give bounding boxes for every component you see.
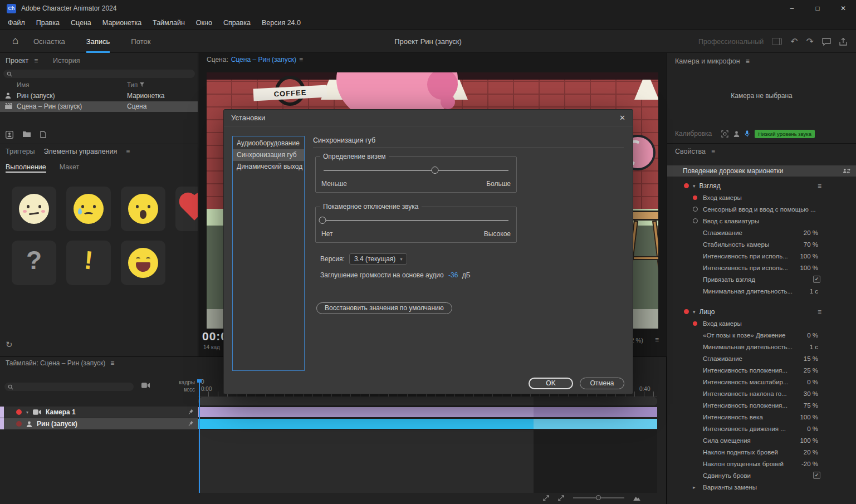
record-dot[interactable] <box>684 309 689 314</box>
prop-item-value[interactable]: -20 % <box>801 461 818 467</box>
prop-item-value[interactable]: 100 % <box>800 437 818 444</box>
chevron-down-icon[interactable]: ▾ <box>693 183 696 189</box>
prop-item-0-0[interactable]: Вход камеры <box>667 192 856 203</box>
prop-item-1-9[interactable]: Интенсивность движения ...0 % <box>667 423 856 434</box>
prop-item-value[interactable]: 0 % <box>807 332 818 339</box>
trigger-tile-sad[interactable] <box>66 187 111 231</box>
close-button[interactable]: ✕ <box>830 0 856 17</box>
menu-item-1[interactable]: Правка <box>31 19 65 27</box>
tab-layout[interactable]: Макет <box>60 163 79 171</box>
panel-menu-icon[interactable]: ≡ <box>34 57 38 65</box>
chevron-down-icon[interactable]: ▾ <box>693 309 696 315</box>
trigger-tile-question[interactable]: ? <box>12 241 56 285</box>
dialog-category-0[interactable]: Аудиооборудование <box>233 138 304 149</box>
prop-item-value[interactable]: 100 % <box>800 414 818 420</box>
prop-item-0-7[interactable]: Привязать взгляд✓ <box>667 273 856 285</box>
tab-history[interactable]: История <box>53 57 80 65</box>
project-row-1[interactable]: Сцена – Рин (запуск)Сцена <box>0 101 198 112</box>
prop-item-1-2[interactable]: Минимальная длительность...1 с <box>667 341 856 353</box>
dialog-close-icon[interactable]: ✕ <box>619 114 625 122</box>
timeline-track-camera[interactable]: ▾ Камера 1 <box>0 407 657 418</box>
body-tracking-icon[interactable] <box>733 131 740 137</box>
trigger-tile-surprised[interactable] <box>121 187 165 231</box>
tab-controls[interactable]: Элементы управления <box>44 148 118 155</box>
prop-item-1-0[interactable]: Вход камеры <box>667 317 856 329</box>
prop-group-0[interactable]: ▾Взгляд≡ <box>667 180 856 192</box>
face-tracking-icon[interactable] <box>721 130 728 138</box>
record-dot[interactable] <box>693 321 697 326</box>
prop-item-0-6[interactable]: Интенсивность при исполь...100 % <box>667 262 856 273</box>
version-dropdown[interactable]: 3.4 (текущая) ▾ <box>349 253 408 265</box>
new-document-icon[interactable] <box>40 131 46 139</box>
prop-item-1-10[interactable]: Сила смещения100 % <box>667 434 856 446</box>
dialog-title-bar[interactable]: Установки ✕ <box>224 110 633 126</box>
project-row-0[interactable]: Рин (запуск)Марионетка <box>0 91 198 101</box>
record-dot[interactable] <box>16 421 22 427</box>
zoom-slider-knob[interactable] <box>596 495 601 500</box>
prop-item-1-11[interactable]: Наклон поднятых бровей20 % <box>667 446 856 458</box>
menu-item-6[interactable]: Справка <box>218 19 256 27</box>
undo-icon[interactable]: ↶ <box>790 37 798 46</box>
prop-item-value[interactable]: 20 % <box>804 449 818 456</box>
frame-mute-slider[interactable] <box>322 216 510 225</box>
prop-item-0-3[interactable]: Сглаживание20 % <box>667 227 856 238</box>
slider-knob[interactable] <box>319 217 326 224</box>
prop-item-value[interactable]: 15 % <box>804 355 818 362</box>
pin-icon[interactable] <box>188 420 194 427</box>
audio-ducking-value[interactable]: -36 <box>448 271 458 279</box>
camera-icon[interactable] <box>141 383 150 388</box>
prop-item-value[interactable]: 100 % <box>800 253 818 260</box>
radio-icon[interactable] <box>693 218 698 223</box>
column-name[interactable]: Имя <box>17 81 29 88</box>
prop-item-1-7[interactable]: Интенсивность положения...75 % <box>667 399 856 411</box>
prop-item-1-12[interactable]: Наклон опущенных бровей-20 % <box>667 458 856 469</box>
scene-link[interactable]: Сцена – Рин (запуск) <box>231 56 296 63</box>
prop-item-1-8[interactable]: Интенсивность века100 % <box>667 411 856 423</box>
workspace-tab-2[interactable]: Поток <box>131 30 150 53</box>
project-search[interactable] <box>3 70 195 78</box>
prop-item-value[interactable]: 75 % <box>804 402 818 409</box>
menu-item-7[interactable]: Версия 24.0 <box>256 19 306 27</box>
ok-button[interactable]: OK <box>529 378 573 389</box>
workspace-tab-1[interactable]: Запись <box>86 30 110 53</box>
reset-defaults-button[interactable]: Восстановить значения по умолчанию <box>316 302 452 314</box>
prop-item-value[interactable]: 1 с <box>810 288 818 295</box>
prop-item-value[interactable]: 70 % <box>804 241 818 248</box>
track-behavior-icon[interactable] <box>843 168 850 174</box>
dialog-category-1[interactable]: Синхронизация губ <box>233 149 304 161</box>
timeline-search[interactable] <box>4 383 134 391</box>
track-bar-puppet[interactable] <box>198 419 657 429</box>
new-puppet-icon[interactable] <box>6 131 13 139</box>
panel-menu-icon[interactable]: ≡ <box>126 148 130 155</box>
dialog-category-2[interactable]: Динамический выход <box>233 161 304 173</box>
redo-icon[interactable]: ↷ <box>806 37 814 46</box>
trigger-tile-heart[interactable] <box>175 187 198 231</box>
prop-item-0-1[interactable]: Сенсорный ввод и ввод с помощью ... <box>667 203 856 215</box>
panel-menu-icon[interactable]: ≡ <box>711 148 715 155</box>
record-dot[interactable] <box>693 195 697 200</box>
work-area-bar[interactable] <box>198 397 657 405</box>
trigger-tile-exclaim[interactable]: ! <box>66 241 111 285</box>
zoom-menu-icon[interactable]: ≡ <box>655 336 659 344</box>
menu-item-0[interactable]: Файл <box>2 19 31 27</box>
snap-icon[interactable] <box>543 495 549 501</box>
menu-item-2[interactable]: Сцена <box>65 19 97 27</box>
chevron-down-icon[interactable]: ▾ <box>26 410 28 415</box>
cancel-button[interactable]: Отмена <box>580 378 624 389</box>
prop-item-1-5[interactable]: Интенсивность масштабир...0 % <box>667 376 856 388</box>
prop-item-0-4[interactable]: Стабильность камеры70 % <box>667 238 856 250</box>
prop-item-0-5[interactable]: Интенсивность при исполь...100 % <box>667 250 856 262</box>
layout-icon[interactable] <box>772 38 782 45</box>
workspace-mode-label[interactable]: Профессиональный <box>698 38 764 46</box>
pin-icon[interactable] <box>188 409 194 415</box>
calibrate-button[interactable]: Калибровка <box>675 130 712 138</box>
column-type[interactable]: Тип <box>127 81 144 88</box>
prop-item-1-13[interactable]: Сдвинуть брови✓ <box>667 469 856 481</box>
prop-item-value[interactable]: 25 % <box>804 367 818 374</box>
prop-item-value[interactable]: 0 % <box>807 425 818 432</box>
checkbox-checked[interactable]: ✓ <box>813 472 820 479</box>
microphone-icon[interactable] <box>745 130 750 138</box>
menu-item-4[interactable]: Таймлайн <box>147 19 190 27</box>
radio-icon[interactable] <box>693 207 698 212</box>
maximize-button[interactable]: □ <box>805 0 830 17</box>
